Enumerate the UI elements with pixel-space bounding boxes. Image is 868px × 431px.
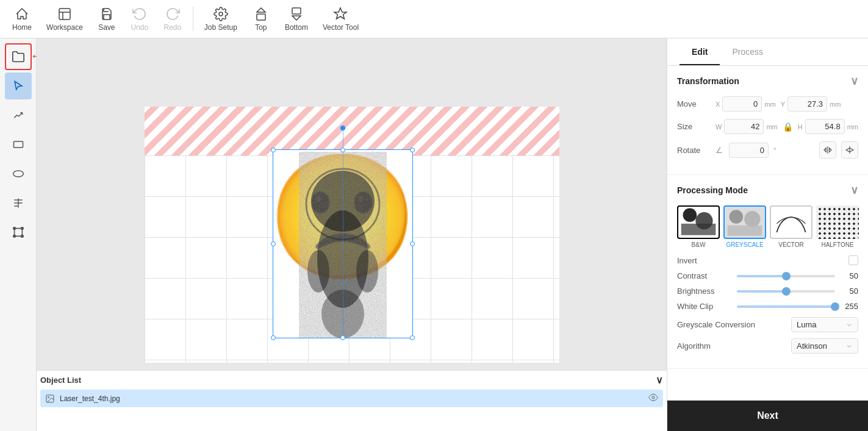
left-sidebar: ← — [0, 38, 37, 431]
mode-vector-card[interactable]: VECTOR — [770, 205, 812, 248]
mode-greyscale-label: GREYSCALE — [726, 241, 763, 248]
move-y-input[interactable] — [787, 96, 827, 112]
algorithm-label: Algorithm — [677, 341, 711, 351]
svg-point-10 — [21, 227, 23, 230]
object-list-collapse[interactable]: ∨ — [656, 374, 663, 386]
toolbar-bottom[interactable]: Bottom — [279, 3, 314, 35]
mode-halftone-label: HALFTONE — [821, 241, 853, 248]
invert-checkbox[interactable] — [848, 255, 858, 265]
svg-point-30 — [730, 210, 744, 224]
svg-rect-0 — [59, 9, 70, 20]
handle-left-center[interactable] — [271, 241, 276, 246]
toolbar-undo-label: Undo — [131, 23, 148, 32]
handle-top-center[interactable] — [340, 148, 345, 152]
selection-box — [273, 149, 413, 338]
object-list-item[interactable]: Laser_test_4th.jpg — [40, 390, 663, 407]
mode-halftone-card[interactable]: HALFTONE — [816, 205, 859, 248]
mode-bw-label: B&W — [692, 241, 706, 248]
toolbar-home[interactable]: Home — [6, 3, 38, 35]
greyscale-conv-dropdown[interactable]: Luma — [791, 317, 858, 332]
handle-bottom-left[interactable] — [271, 335, 276, 340]
size-w-input[interactable] — [724, 119, 764, 134]
open-file-button[interactable]: ← — [5, 43, 32, 70]
algorithm-dropdown[interactable]: Atkinson — [791, 338, 858, 354]
rotate-input[interactable] — [729, 143, 769, 158]
svg-point-23 — [48, 396, 49, 397]
toolbar-sep-1 — [193, 7, 193, 31]
handle-right-center[interactable] — [410, 241, 415, 246]
svg-point-26 — [683, 208, 697, 222]
h-unit: mm — [847, 123, 858, 130]
mode-greyscale-card[interactable]: GREYSCALE — [723, 205, 766, 248]
mode-vector-thumb — [770, 205, 812, 239]
processing-mode-header: Processing Mode ∨ — [677, 183, 858, 197]
mode-vector-label: VECTOR — [778, 241, 804, 248]
mode-bw-thumb — [677, 205, 720, 239]
handle-bottom-center[interactable] — [340, 335, 345, 340]
select-tool[interactable] — [5, 73, 32, 99]
toolbar-bottom-label: Bottom — [285, 23, 308, 32]
chevron-down-icon — [845, 321, 853, 329]
transform-tool[interactable] — [5, 219, 32, 246]
ellipse-tool[interactable] — [5, 160, 32, 187]
contrast-thumb — [782, 272, 791, 280]
rotate-row: Rotate ∠ ° — [677, 141, 858, 159]
white-clip-slider[interactable] — [737, 305, 835, 308]
toolbar-undo[interactable]: Undo — [124, 3, 155, 35]
processing-mode-collapse-icon[interactable]: ∨ — [850, 183, 858, 197]
panel-spacer — [667, 369, 868, 401]
invert-label: Invert — [677, 256, 697, 265]
brightness-label: Brightness — [677, 287, 732, 296]
size-h-input[interactable] — [805, 119, 845, 134]
object-list-title: Object List — [40, 376, 81, 385]
handle-bottom-right[interactable] — [410, 335, 415, 340]
contrast-row: Contrast 50 — [677, 271, 858, 280]
move-y-group: Y mm — [781, 96, 841, 112]
tab-edit[interactable]: Edit — [680, 38, 720, 65]
mode-bw-card[interactable]: B&W — [677, 205, 720, 248]
next-button[interactable]: Next — [667, 401, 868, 431]
object-list-item-name: Laser_test_4th.jpg — [60, 394, 120, 403]
toolbar-redo[interactable]: Redo — [157, 3, 188, 35]
svg-rect-8 — [14, 229, 22, 237]
brightness-thumb — [782, 287, 791, 296]
main-area: ← — [0, 38, 868, 431]
svg-rect-33 — [771, 207, 811, 238]
processing-mode-section: Processing Mode ∨ B&W GREYSCALE — [667, 175, 868, 369]
toolbar-top[interactable]: Top — [246, 3, 276, 35]
contrast-label: Contrast — [677, 271, 732, 280]
panel-tabs: Edit Process — [667, 38, 868, 66]
toolbar-save[interactable]: Save — [91, 3, 122, 35]
toolbar-home-label: Home — [12, 23, 32, 32]
mode-grid: B&W GREYSCALE VECTOR — [677, 205, 858, 248]
toolbar-workspace[interactable]: Workspace — [40, 3, 89, 35]
svg-point-7 — [13, 171, 23, 177]
greyscale-conv-row: Greyscale Conversion Luma — [677, 317, 858, 332]
handle-top-left[interactable] — [271, 148, 276, 152]
svg-point-24 — [652, 396, 655, 399]
algorithm-value: Atkinson — [797, 341, 827, 351]
lock-icon[interactable]: 🔒 — [783, 122, 793, 132]
canvas-area[interactable]: 🦁 — [37, 38, 667, 431]
canvas-stripe-header — [145, 107, 559, 155]
pen-tool[interactable] — [5, 102, 32, 129]
h-label: H — [798, 123, 803, 130]
contrast-slider[interactable] — [737, 275, 835, 277]
flip-horizontal-button[interactable] — [819, 141, 836, 159]
visibility-toggle[interactable] — [648, 393, 658, 404]
toolbar-job-setup[interactable]: Job Setup — [198, 3, 243, 35]
flip-vertical-button[interactable] — [841, 141, 858, 159]
tab-process[interactable]: Process — [720, 38, 775, 65]
toolbar-job-setup-label: Job Setup — [204, 23, 237, 32]
move-x-input[interactable] — [722, 96, 762, 112]
handle-top-right[interactable] — [410, 148, 415, 152]
toolbar: Home Workspace Save Undo Redo Job Setup … — [0, 0, 868, 38]
brightness-value: 50 — [840, 287, 858, 296]
processing-mode-title: Processing Mode — [677, 185, 748, 195]
transformation-collapse-icon[interactable]: ∨ — [850, 74, 858, 88]
rectangle-tool[interactable] — [5, 131, 32, 158]
toolbar-vector-tool[interactable]: Vector Tool — [317, 3, 365, 35]
brightness-slider[interactable] — [737, 290, 835, 293]
w-unit: mm — [766, 123, 777, 130]
text-tool[interactable] — [5, 190, 32, 216]
